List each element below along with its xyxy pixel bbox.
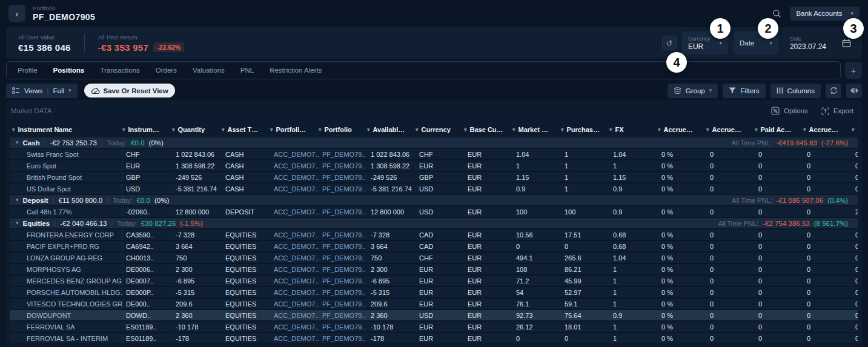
portfolio-link[interactable]: PF_DEMO79.. (319, 174, 367, 181)
reset-filters-button[interactable]: ↺ (662, 36, 677, 50)
account-link[interactable]: ACC_DEMO7.. (270, 289, 319, 296)
tab-pnl[interactable]: PNL (233, 62, 261, 79)
instrument-name-link[interactable]: Call 48h 1.77% (10, 207, 122, 217)
column-menu-icon[interactable]: ▾ (172, 127, 175, 133)
column-menu-icon[interactable]: ▾ (122, 127, 125, 133)
column-header-accrue[interactable]: ▾Accrue… (706, 126, 755, 133)
group-row-deposit[interactable]: ▾Deposit|€11 500 800.0|Today:€0.0(0%)All… (10, 195, 858, 207)
export-button[interactable]: Export (821, 107, 853, 115)
instrument-name-link[interactable]: FERROVIAL SA - INTERIM (10, 333, 122, 343)
column-menu-icon[interactable]: ▾ (222, 127, 225, 133)
column-header-instrum[interactable]: ▾Instrum… (122, 126, 172, 133)
group-row-cash[interactable]: ▾Cash|-€2 753 250.73|Today:€0.0(0%)All T… (10, 137, 858, 149)
group-dropdown[interactable]: Group ▾ (668, 84, 718, 98)
portfolio-link[interactable]: PF_DEMO79.. (319, 254, 367, 262)
column-menu-icon[interactable]: ▾ (512, 127, 515, 133)
tab-valuations[interactable]: Valuations (185, 62, 232, 79)
instrument-name-link[interactable]: FERROVIAL SA (10, 322, 122, 332)
column-header-paid-ac[interactable]: ▾Paid Ac… (755, 126, 803, 133)
table-row[interactable]: DOWDUPONTDOWD..2 360EQUITIESACC_DEMO7..P… (10, 310, 858, 322)
account-link[interactable]: ACC_DEMO7.. (270, 266, 319, 273)
column-header-currency[interactable]: ▾Currency (416, 126, 464, 133)
tab-profile[interactable]: Profile (10, 62, 45, 79)
portfolio-link[interactable]: PF_DEMO79.. (319, 312, 367, 319)
portfolio-link[interactable]: PF_DEMO79.. (319, 151, 367, 158)
portfolio-link[interactable]: PF_DEMO79.. (319, 243, 367, 250)
account-link[interactable]: ACC_DEMO7.. (270, 300, 319, 308)
table-row[interactable]: Euro SpotEUR1 308 598.22CASHACC_DEMO7..P… (10, 160, 858, 172)
table-row[interactable]: VITESCO TECHNOLOGIES GR..DE000..209.6EQU… (10, 299, 858, 310)
portfolio-link[interactable]: PF_DEMO79.. (319, 208, 367, 216)
account-link[interactable]: ACC_DEMO7.. (270, 277, 319, 285)
portfolio-link[interactable]: PF_DEMO79.. (319, 185, 367, 193)
group-collapse-icon[interactable]: ▾ (16, 197, 19, 203)
save-or-reset-view-button[interactable]: Save Or Reset View (84, 84, 175, 97)
instrument-name-link[interactable]: PACIF EXPLR+PRD RG (10, 241, 122, 251)
account-link[interactable]: ACC_DEMO7.. (270, 231, 319, 239)
table-row[interactable]: LONZA GROUP AG-REGCH0013..750EQUITIESACC… (10, 253, 858, 264)
instrument-name-link[interactable]: DOWDUPONT (10, 310, 122, 320)
column-menu-icon[interactable]: ▾ (852, 127, 855, 133)
column-header-asset-t[interactable]: ▾Asset T… (222, 126, 270, 133)
portfolio-link[interactable]: PF_DEMO79.. (319, 266, 367, 273)
table-row[interactable]: FRONTERA ENERGY CORPCA3590..-7 328EQUITI… (10, 230, 858, 241)
column-header-availabl[interactable]: ▾Availabl… (367, 126, 416, 133)
column-header-accrue[interactable]: ▾Accrue… (658, 126, 706, 133)
table-row[interactable]: FERROVIAL SAES01189..-10 178EQUITIESACC_… (10, 322, 858, 333)
table-row[interactable]: PORSCHE AUTOMOBIL HLDG...DE000P..-5 315E… (10, 287, 858, 299)
account-link[interactable]: ACC_DEMO7.. (270, 243, 319, 250)
column-menu-icon[interactable]: ▾ (755, 127, 758, 133)
instrument-name-link[interactable]: FRONTERA ENERGY CORP (10, 230, 122, 240)
column-header-fx[interactable]: ▾FX (609, 126, 658, 133)
column-menu-icon[interactable]: ▾ (464, 127, 467, 133)
instrument-name-link[interactable]: MERCEDES-BENZ GROUP AG (10, 276, 122, 286)
table-row[interactable]: FERROVIAL SA - INTERIMES01189..-178EQUIT… (10, 333, 858, 345)
table-row[interactable]: US Dollar SpotUSD-5 381 216.74CASHACC_DE… (10, 183, 858, 195)
column-header-truncated[interactable]: ▾ (852, 127, 858, 133)
column-menu-icon[interactable]: ▾ (803, 127, 806, 133)
tab-orders[interactable]: Orders (148, 62, 184, 79)
column-header-instrument-name[interactable]: ▾Instrument Name (10, 126, 122, 133)
date-picker-field[interactable]: Date 2023.07.24 (784, 36, 853, 51)
columns-button[interactable]: Columns (770, 84, 821, 98)
column-header-purchas[interactable]: ▾Purchas… (561, 126, 609, 133)
account-link[interactable]: ACC_DEMO7.. (270, 254, 319, 262)
column-header-base-cu[interactable]: ▾Base Cu… (464, 126, 512, 133)
instrument-name-link[interactable]: Swiss Franc Spot (10, 149, 122, 159)
portfolio-link[interactable]: PF_DEMO79.. (319, 335, 367, 342)
tab-transactions[interactable]: Transactions (93, 62, 147, 79)
instrument-name-link[interactable]: British Pound Spot (10, 172, 122, 182)
table-row[interactable]: PACIF EXPLR+PRD RGCA6942..3 664EQUITIESA… (10, 241, 858, 253)
account-link[interactable]: ACC_DEMO7.. (270, 151, 319, 158)
instrument-name-link[interactable]: PORSCHE AUTOMOBIL HLDG... (10, 287, 122, 297)
portfolio-link[interactable]: PF_DEMO79.. (319, 289, 367, 296)
instrument-name-link[interactable]: MORPHOSYS AG (10, 264, 122, 274)
refresh-button[interactable] (826, 84, 841, 98)
instrument-name-link[interactable]: Euro Spot (10, 160, 122, 171)
views-dropdown[interactable]: Views | Full ▾ (6, 84, 78, 98)
options-button[interactable]: Options (771, 107, 808, 115)
column-menu-icon[interactable]: ▾ (367, 127, 370, 133)
column-menu-icon[interactable]: ▾ (658, 127, 661, 133)
account-link[interactable]: ACC_DEMO7.. (270, 162, 319, 170)
search-icon[interactable] (771, 8, 783, 19)
account-link[interactable]: ACC_DEMO7.. (270, 335, 319, 342)
account-link[interactable]: ACC_DEMO7.. (270, 312, 319, 319)
tab-restriction-alerts[interactable]: Restriction Alerts (262, 62, 329, 79)
portfolio-link[interactable]: PF_DEMO79.. (319, 323, 367, 331)
column-menu-icon[interactable]: ▾ (561, 127, 564, 133)
portfolio-link[interactable]: PF_DEMO79.. (319, 162, 367, 170)
table-row[interactable]: MERCEDES-BENZ GROUP AGDE0007..-6 895EQUI… (10, 276, 858, 287)
table-row[interactable]: Swiss Franc SpotCHF1 022 843.06CASHACC_D… (10, 149, 858, 160)
tab-positions[interactable]: Positions (46, 62, 92, 79)
column-menu-icon[interactable]: ▾ (270, 127, 273, 133)
account-link[interactable]: ACC_DEMO7.. (270, 208, 319, 216)
group-collapse-icon[interactable]: ▾ (16, 220, 19, 226)
portfolio-link[interactable]: PF_DEMO79.. (319, 277, 367, 285)
instrument-name-link[interactable]: VITESCO TECHNOLOGIES GR.. (10, 299, 122, 309)
table-row[interactable]: MORPHOSYS AGDE0006..2 300EQUITIESACC_DEM… (10, 264, 858, 276)
instrument-name-link[interactable]: LONZA GROUP AG-REG (10, 253, 122, 263)
column-menu-icon[interactable]: ▾ (12, 127, 15, 133)
column-menu-icon[interactable]: ▾ (706, 127, 709, 133)
column-header-market[interactable]: ▾Market … (512, 126, 561, 133)
